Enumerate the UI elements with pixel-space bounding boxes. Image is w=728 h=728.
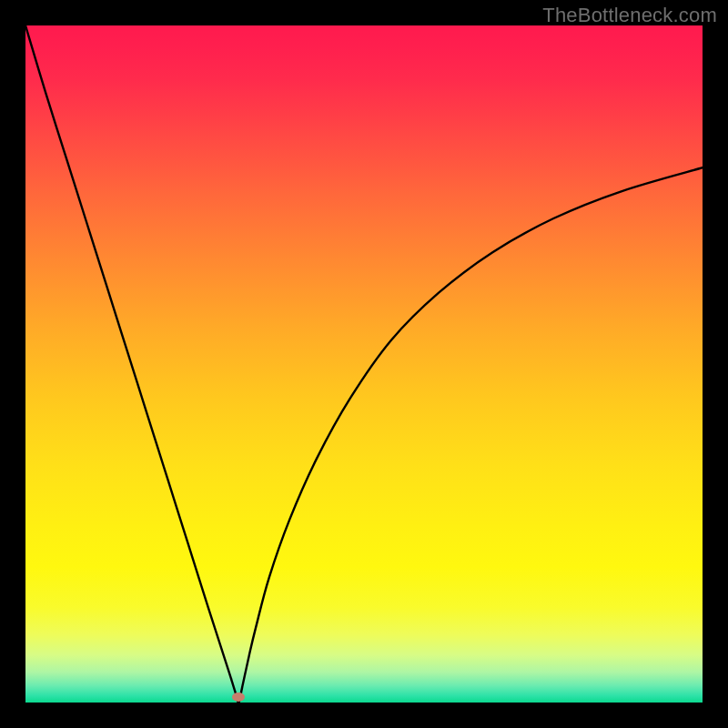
minimum-marker <box>232 693 245 702</box>
plot-area <box>25 25 703 703</box>
chart-svg <box>25 25 703 703</box>
chart-outer-frame: TheBottleneck.com <box>0 0 728 728</box>
gradient-background <box>25 25 703 703</box>
watermark-text: TheBottleneck.com <box>542 4 717 27</box>
